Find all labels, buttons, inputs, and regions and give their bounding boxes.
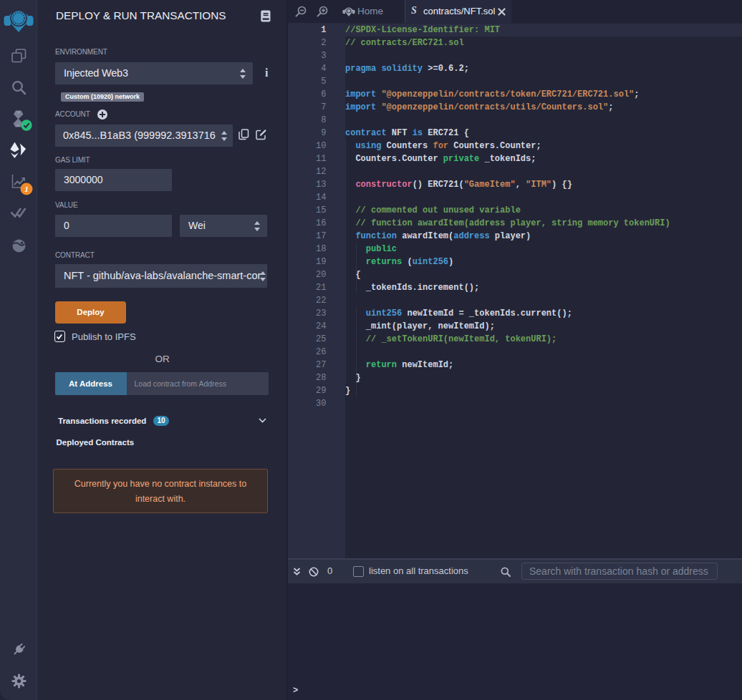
svg-text:1: 1: [24, 185, 29, 193]
